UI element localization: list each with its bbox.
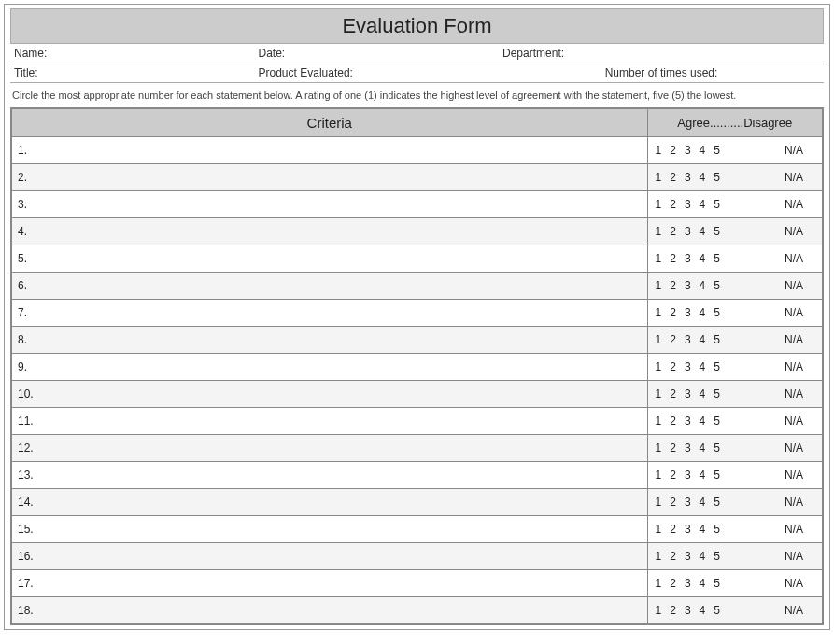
rating-na[interactable]: N/A bbox=[785, 198, 803, 211]
rating-option[interactable]: 2 bbox=[670, 198, 676, 211]
rating-option[interactable]: 4 bbox=[700, 441, 706, 455]
rating-option[interactable]: 1 bbox=[656, 144, 662, 157]
rating-option[interactable]: 5 bbox=[714, 171, 720, 184]
rating-option[interactable]: 2 bbox=[670, 171, 676, 184]
rating-option[interactable]: 5 bbox=[714, 360, 720, 373]
rating-option[interactable]: 1 bbox=[656, 360, 662, 373]
rating-option[interactable]: 4 bbox=[700, 225, 706, 238]
rating-na[interactable]: N/A bbox=[785, 144, 803, 157]
rating-option[interactable]: 1 bbox=[656, 387, 662, 400]
rating-na[interactable]: N/A bbox=[785, 604, 803, 617]
rating-option[interactable]: 3 bbox=[685, 441, 691, 455]
rating-na[interactable]: N/A bbox=[785, 225, 803, 238]
rating-option[interactable]: 4 bbox=[700, 387, 706, 400]
rating-option[interactable]: 3 bbox=[685, 252, 691, 265]
rating-option[interactable]: 3 bbox=[685, 469, 691, 482]
rating-option[interactable]: 4 bbox=[700, 604, 706, 617]
rating-option[interactable]: 1 bbox=[656, 279, 662, 292]
rating-na[interactable]: N/A bbox=[785, 523, 803, 536]
rating-option[interactable]: 5 bbox=[714, 469, 720, 482]
rating-option[interactable]: 1 bbox=[656, 333, 662, 346]
rating-option[interactable]: 1 bbox=[656, 171, 662, 184]
rating-na[interactable]: N/A bbox=[785, 550, 803, 563]
rating-na[interactable]: N/A bbox=[785, 333, 803, 346]
rating-option[interactable]: 3 bbox=[685, 496, 691, 509]
rating-option[interactable]: 4 bbox=[700, 469, 706, 482]
rating-option[interactable]: 5 bbox=[714, 198, 720, 211]
rating-option[interactable]: 5 bbox=[714, 577, 720, 590]
rating-option[interactable]: 5 bbox=[714, 441, 720, 455]
rating-option[interactable]: 3 bbox=[685, 360, 691, 373]
rating-option[interactable]: 2 bbox=[670, 496, 676, 509]
rating-na[interactable]: N/A bbox=[785, 387, 803, 400]
rating-option[interactable]: 5 bbox=[714, 387, 720, 400]
rating-option[interactable]: 3 bbox=[685, 387, 691, 400]
rating-option[interactable]: 5 bbox=[714, 225, 720, 238]
rating-option[interactable]: 4 bbox=[700, 198, 706, 211]
rating-option[interactable]: 5 bbox=[714, 144, 720, 157]
rating-na[interactable]: N/A bbox=[785, 414, 803, 427]
rating-na[interactable]: N/A bbox=[785, 306, 803, 319]
rating-option[interactable]: 5 bbox=[714, 306, 720, 319]
rating-option[interactable]: 3 bbox=[685, 198, 691, 211]
rating-option[interactable]: 3 bbox=[685, 414, 691, 427]
rating-option[interactable]: 4 bbox=[700, 333, 706, 346]
rating-option[interactable]: 4 bbox=[700, 144, 706, 157]
rating-option[interactable]: 2 bbox=[670, 550, 676, 563]
rating-option[interactable]: 2 bbox=[670, 333, 676, 346]
rating-option[interactable]: 4 bbox=[700, 577, 706, 590]
rating-option[interactable]: 1 bbox=[656, 225, 662, 238]
rating-option[interactable]: 1 bbox=[656, 523, 662, 536]
rating-option[interactable]: 2 bbox=[670, 604, 676, 617]
rating-option[interactable]: 1 bbox=[656, 577, 662, 590]
rating-option[interactable]: 1 bbox=[656, 469, 662, 482]
rating-option[interactable]: 1 bbox=[656, 198, 662, 211]
rating-option[interactable]: 3 bbox=[685, 333, 691, 346]
rating-option[interactable]: 3 bbox=[685, 550, 691, 563]
rating-option[interactable]: 4 bbox=[700, 550, 706, 563]
rating-option[interactable]: 4 bbox=[700, 496, 706, 509]
rating-option[interactable]: 3 bbox=[685, 604, 691, 617]
rating-option[interactable]: 5 bbox=[714, 496, 720, 509]
rating-option[interactable]: 3 bbox=[685, 523, 691, 536]
rating-option[interactable]: 1 bbox=[656, 414, 662, 427]
rating-option[interactable]: 3 bbox=[685, 279, 691, 292]
rating-option[interactable]: 2 bbox=[670, 144, 676, 157]
rating-option[interactable]: 2 bbox=[670, 414, 676, 427]
rating-option[interactable]: 4 bbox=[700, 523, 706, 536]
rating-option[interactable]: 2 bbox=[670, 360, 676, 373]
rating-option[interactable]: 2 bbox=[670, 577, 676, 590]
rating-option[interactable]: 1 bbox=[656, 252, 662, 265]
rating-option[interactable]: 3 bbox=[685, 577, 691, 590]
rating-na[interactable]: N/A bbox=[785, 252, 803, 265]
rating-option[interactable]: 4 bbox=[700, 171, 706, 184]
rating-option[interactable]: 4 bbox=[700, 414, 706, 427]
rating-option[interactable]: 1 bbox=[656, 441, 662, 455]
rating-option[interactable]: 5 bbox=[714, 523, 720, 536]
rating-option[interactable]: 4 bbox=[700, 279, 706, 292]
rating-na[interactable]: N/A bbox=[785, 496, 803, 509]
rating-na[interactable]: N/A bbox=[785, 279, 803, 292]
rating-option[interactable]: 3 bbox=[685, 171, 691, 184]
rating-option[interactable]: 2 bbox=[670, 523, 676, 536]
rating-option[interactable]: 1 bbox=[656, 496, 662, 509]
rating-option[interactable]: 4 bbox=[700, 306, 706, 319]
rating-na[interactable]: N/A bbox=[785, 469, 803, 482]
rating-option[interactable]: 3 bbox=[685, 306, 691, 319]
rating-option[interactable]: 1 bbox=[656, 604, 662, 617]
rating-option[interactable]: 2 bbox=[670, 306, 676, 319]
rating-option[interactable]: 5 bbox=[714, 414, 720, 427]
rating-na[interactable]: N/A bbox=[785, 577, 803, 590]
rating-option[interactable]: 3 bbox=[685, 225, 691, 238]
rating-option[interactable]: 2 bbox=[670, 225, 676, 238]
rating-option[interactable]: 5 bbox=[714, 279, 720, 292]
rating-option[interactable]: 4 bbox=[700, 360, 706, 373]
rating-option[interactable]: 1 bbox=[656, 306, 662, 319]
rating-na[interactable]: N/A bbox=[785, 360, 803, 373]
rating-option[interactable]: 5 bbox=[714, 333, 720, 346]
rating-option[interactable]: 2 bbox=[670, 279, 676, 292]
rating-option[interactable]: 1 bbox=[656, 550, 662, 563]
rating-option[interactable]: 5 bbox=[714, 604, 720, 617]
rating-option[interactable]: 2 bbox=[670, 252, 676, 265]
rating-option[interactable]: 2 bbox=[670, 387, 676, 400]
